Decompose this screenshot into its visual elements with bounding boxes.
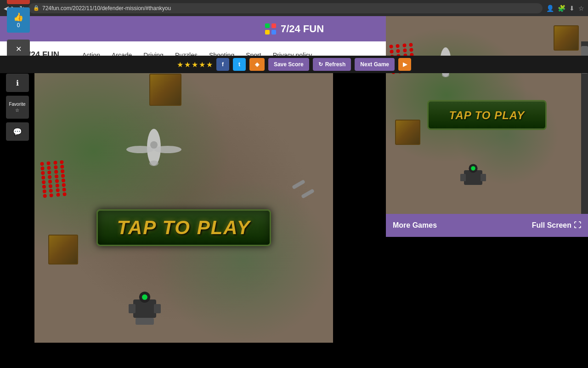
svg-rect-1 — [271, 23, 276, 28]
star-1: ★ — [177, 60, 183, 69]
refresh-button[interactable]: ↻ Refresh — [313, 58, 351, 71]
info-button[interactable]: ℹ — [6, 74, 29, 92]
tap-to-play-button[interactable]: TAP TO PLAY — [96, 209, 271, 246]
next-game-button[interactable]: Next Game — [355, 58, 395, 71]
profile-icon[interactable]: 👤 — [546, 5, 554, 12]
svg-point-27 — [471, 166, 475, 171]
game-robot — [122, 290, 168, 329]
favorite-button[interactable]: Favorite ☆ — [6, 96, 29, 119]
fullscreen-label: Full Screen — [532, 221, 571, 230]
more-games-link[interactable]: More Games — [393, 221, 437, 230]
red-grid — [40, 160, 68, 192]
browser-right-icons: 👤 🧩 ⬇ ☆ — [546, 5, 584, 12]
play-button[interactable]: ▶ — [398, 58, 411, 71]
logo-icon-banner — [264, 23, 277, 35]
star-2: ★ — [184, 60, 191, 69]
svg-point-22 — [442, 73, 449, 77]
svg-rect-0 — [265, 23, 270, 28]
twitter-icon: t — [238, 61, 240, 68]
like-icon: 👍 — [13, 12, 23, 22]
svg-rect-18 — [136, 318, 154, 325]
website: 7/24 FUN 7/24 FUN Action Arcade Driving … — [0, 16, 588, 73]
info-icon: ℹ — [16, 79, 19, 87]
url-text: 724fun.com/2022/11/10/defender-mission/#… — [42, 5, 171, 12]
right-game-preview[interactable]: TAP TO PLAY — [386, 16, 588, 214]
game-canvas: TAP TO PLAY — [34, 69, 333, 343]
svg-rect-3 — [271, 30, 276, 34]
close-icon: ✕ — [16, 45, 22, 53]
bottom-toolbar: ★ ★ ★ ★ ★ f t ◈ Save Score ↻ Refresh Nex… — [0, 56, 588, 73]
tap-to-play-text: TAP TO PLAY — [117, 217, 250, 239]
game-plane — [126, 124, 181, 172]
svg-point-11 — [149, 161, 158, 166]
game-area[interactable]: TAP TO PLAY — [34, 69, 333, 343]
left-sidebar: ℹ Favorite ☆ 💬 — [0, 69, 34, 141]
rating-stars: ★ ★ ★ ★ ★ — [177, 60, 213, 69]
svg-point-17 — [142, 294, 147, 300]
fullscreen-button[interactable]: Full Screen ⛶ — [532, 221, 581, 230]
extensions-icon[interactable]: 🧩 — [558, 5, 565, 12]
like-button[interactable]: 👍 0 — [7, 7, 30, 33]
refresh-icon: ↻ — [318, 61, 323, 68]
next-game-label: Next Game — [360, 61, 389, 68]
svg-rect-14 — [129, 304, 136, 313]
svg-point-9 — [126, 146, 154, 153]
comment-button[interactable]: 💬 — [6, 122, 29, 141]
right-tap-to-play-button[interactable]: TAP TO PLAY — [427, 100, 547, 130]
svg-rect-24 — [460, 174, 466, 181]
svg-rect-2 — [265, 30, 270, 34]
facebook-icon: f — [222, 61, 224, 68]
right-crate-2 — [395, 120, 420, 145]
bookmark-icon[interactable]: ☆ — [578, 5, 584, 12]
share-button[interactable]: ◈ — [249, 58, 265, 71]
twitter-share-button[interactable]: t — [233, 58, 246, 71]
svg-point-10 — [154, 146, 181, 153]
crate-1 — [149, 74, 181, 106]
save-score-label: Save Score — [274, 61, 304, 68]
right-bottom-bar: More Games Full Screen ⛶ — [386, 214, 588, 237]
right-crate-1 — [554, 25, 579, 51]
fullscreen-icon: ⛶ — [574, 221, 581, 230]
star-4: ★ — [199, 60, 205, 69]
favorite-icon: ☆ — [15, 108, 19, 113]
svg-rect-25 — [481, 174, 486, 181]
favorite-label: Favorite — [9, 102, 25, 107]
star-3: ★ — [192, 60, 198, 69]
play-icon: ▶ — [403, 61, 407, 68]
star-5: ★ — [206, 60, 213, 69]
save-score-button[interactable]: Save Score — [268, 58, 309, 71]
address-bar[interactable]: 🔒 724fun.com/2022/11/10/defender-mission… — [28, 3, 543, 13]
lock-icon: 🔒 — [33, 5, 40, 11]
facebook-share-button[interactable]: f — [216, 58, 229, 71]
dislike-button[interactable]: 👎 0 — [7, 0, 30, 4]
browser-chrome: ◀ ▶ ↻ 🔒 724fun.com/2022/11/10/defender-m… — [0, 0, 588, 16]
game-background — [34, 69, 333, 343]
site-name-banner: 7/24 FUN — [281, 23, 324, 35]
right-tap-to-play-text: TAP TO PLAY — [449, 109, 525, 121]
svg-rect-15 — [154, 304, 161, 313]
comment-icon: 💬 — [13, 127, 22, 136]
download-icon[interactable]: ⬇ — [569, 5, 575, 12]
share-icon: ◈ — [255, 61, 259, 68]
right-robot — [455, 161, 492, 196]
svg-point-12 — [150, 141, 158, 149]
close-sidebar-button[interactable]: ✕ — [7, 40, 30, 58]
refresh-label: Refresh — [325, 61, 346, 68]
site-logo-banner[interactable]: 7/24 FUN — [264, 23, 324, 35]
like-count: 0 — [17, 22, 20, 29]
crate-2 — [48, 235, 78, 264]
